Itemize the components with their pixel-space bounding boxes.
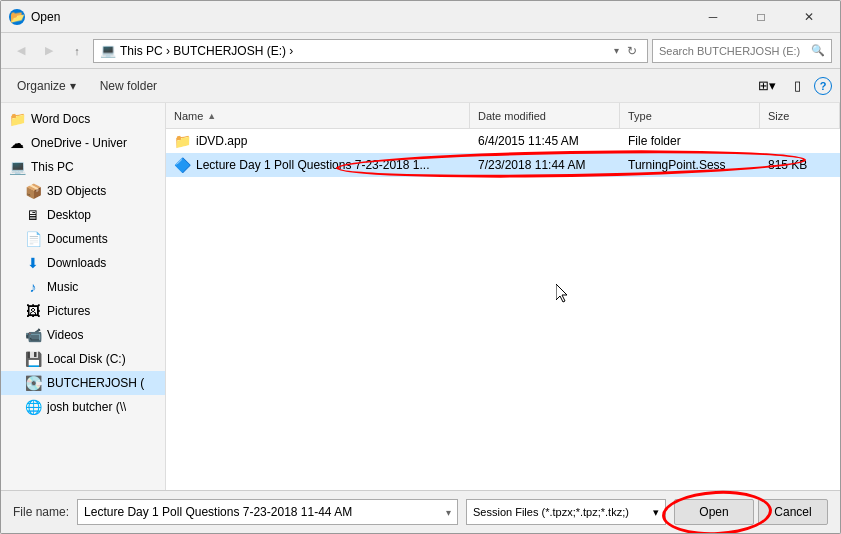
file-name-cell: 🔷 Lecture Day 1 Poll Questions 7-23-2018… bbox=[166, 153, 470, 176]
toolbar: Organize ▾ New folder ⊞▾ ▯ ? bbox=[1, 69, 840, 103]
toolbar-right: ⊞▾ ▯ ? bbox=[754, 73, 832, 99]
address-dropdown-icon[interactable]: ▾ bbox=[614, 45, 619, 56]
onedrive-icon: ☁ bbox=[9, 135, 25, 151]
close-button[interactable]: ✕ bbox=[786, 1, 832, 33]
filetype-text: Session Files (*.tpzx;*.tpz;*.tkz;) bbox=[473, 506, 649, 518]
address-path: This PC › BUTCHERJOSH (E:) › bbox=[120, 44, 610, 58]
open-button[interactable]: Open bbox=[674, 499, 754, 525]
downloads-icon: ⬇ bbox=[25, 255, 41, 271]
forward-button[interactable]: ▶ bbox=[37, 39, 61, 63]
file-icon: 🔷 bbox=[174, 157, 190, 173]
dialog-icon bbox=[9, 9, 25, 25]
filetype-selector[interactable]: Session Files (*.tpzx;*.tpz;*.tkz;) ▾ bbox=[466, 499, 666, 525]
title-bar: Open ─ □ ✕ bbox=[1, 1, 840, 33]
new-folder-button[interactable]: New folder bbox=[92, 73, 165, 99]
back-button[interactable]: ◀ bbox=[9, 39, 33, 63]
minimize-button[interactable]: ─ bbox=[690, 1, 736, 33]
col-header-size[interactable]: Size bbox=[760, 103, 840, 128]
action-buttons: Open Cancel bbox=[674, 499, 828, 525]
file-icon: 📁 bbox=[174, 133, 190, 149]
help-button[interactable]: ? bbox=[814, 77, 832, 95]
drive-icon: 💽 bbox=[25, 375, 41, 391]
pane-button[interactable]: ▯ bbox=[784, 73, 810, 99]
sidebar-item-3d-objects[interactable]: 📦 3D Objects bbox=[1, 179, 165, 203]
search-input[interactable] bbox=[659, 45, 811, 57]
open-dialog: Open ─ □ ✕ ◀ ▶ ↑ 💻 This PC › BUTCHERJOSH… bbox=[0, 0, 841, 534]
filetype-dropdown-icon[interactable]: ▾ bbox=[653, 506, 659, 519]
cursor bbox=[556, 284, 570, 307]
sidebar-item-butcherjosh[interactable]: 💽 BUTCHERJOSH ( bbox=[1, 371, 165, 395]
network-icon: 🌐 bbox=[25, 399, 41, 415]
computer-icon: 💻 bbox=[9, 159, 25, 175]
col-header-name[interactable]: Name ▲ bbox=[166, 103, 470, 128]
refresh-icon[interactable]: ↻ bbox=[623, 44, 641, 58]
file-type-cell: TurningPoint.Sess bbox=[620, 153, 760, 176]
maximize-button[interactable]: □ bbox=[738, 1, 784, 33]
sidebar-item-pictures[interactable]: 🖼 Pictures bbox=[1, 299, 165, 323]
file-size-cell: 815 KB bbox=[760, 153, 840, 176]
filename-input[interactable] bbox=[84, 505, 446, 519]
dialog-title: Open bbox=[31, 10, 690, 24]
bottom-bar: File name: ▾ Session Files (*.tpzx;*.tpz… bbox=[1, 490, 840, 533]
file-date-cell: 6/4/2015 11:45 AM bbox=[470, 129, 620, 152]
cancel-button[interactable]: Cancel bbox=[758, 499, 828, 525]
open-button-container: Open bbox=[674, 499, 754, 525]
file-name-cell: 📁 iDVD.app bbox=[166, 129, 470, 152]
videos-icon: 📹 bbox=[25, 327, 41, 343]
3d-icon: 📦 bbox=[25, 183, 41, 199]
pictures-icon: 🖼 bbox=[25, 303, 41, 319]
search-icon: 🔍 bbox=[811, 44, 825, 57]
file-list-area: Name ▲ Date modified Type Size 📁 bbox=[166, 103, 840, 490]
up-button[interactable]: ↑ bbox=[65, 39, 89, 63]
sidebar-item-this-pc[interactable]: 💻 This PC bbox=[1, 155, 165, 179]
sidebar-item-josh-butcher[interactable]: 🌐 josh butcher (\\ bbox=[1, 395, 165, 419]
file-list-header: Name ▲ Date modified Type Size bbox=[166, 103, 840, 129]
window-controls: ─ □ ✕ bbox=[690, 1, 832, 33]
col-header-date[interactable]: Date modified bbox=[470, 103, 620, 128]
file-type-cell: File folder bbox=[620, 129, 760, 152]
sidebar-item-desktop[interactable]: 🖥 Desktop bbox=[1, 203, 165, 227]
desktop-icon: 🖥 bbox=[25, 207, 41, 223]
sidebar-item-music[interactable]: ♪ Music bbox=[1, 275, 165, 299]
file-date-cell: 7/23/2018 11:44 AM bbox=[470, 153, 620, 176]
sort-arrow-name: ▲ bbox=[207, 111, 216, 121]
sidebar-item-word-docs[interactable]: 📁 Word Docs bbox=[1, 107, 165, 131]
file-row[interactable]: 📁 iDVD.app 6/4/2015 11:45 AM File folder bbox=[166, 129, 840, 153]
sidebar-item-documents[interactable]: 📄 Documents bbox=[1, 227, 165, 251]
col-header-type[interactable]: Type bbox=[620, 103, 760, 128]
filename-label: File name: bbox=[13, 505, 69, 519]
main-area: 📁 Word Docs ☁ OneDrive - Univer 💻 This P… bbox=[1, 103, 840, 490]
sidebar-item-videos[interactable]: 📹 Videos bbox=[1, 323, 165, 347]
address-bar: ◀ ▶ ↑ 💻 This PC › BUTCHERJOSH (E:) › ▾ ↻… bbox=[1, 33, 840, 69]
documents-icon: 📄 bbox=[25, 231, 41, 247]
music-icon: ♪ bbox=[25, 279, 41, 295]
filename-input-wrapper[interactable]: ▾ bbox=[77, 499, 458, 525]
sidebar-item-onedrive[interactable]: ☁ OneDrive - Univer bbox=[1, 131, 165, 155]
sidebar: 📁 Word Docs ☁ OneDrive - Univer 💻 This P… bbox=[1, 103, 166, 490]
file-list: 📁 iDVD.app 6/4/2015 11:45 AM File folder… bbox=[166, 129, 840, 490]
filename-dropdown-icon[interactable]: ▾ bbox=[446, 507, 451, 518]
disk-icon: 💾 bbox=[25, 351, 41, 367]
address-box[interactable]: 💻 This PC › BUTCHERJOSH (E:) › ▾ ↻ bbox=[93, 39, 648, 63]
search-box[interactable]: 🔍 bbox=[652, 39, 832, 63]
organize-button[interactable]: Organize ▾ bbox=[9, 73, 84, 99]
sidebar-item-local-disk[interactable]: 💾 Local Disk (C:) bbox=[1, 347, 165, 371]
file-row[interactable]: 🔷 Lecture Day 1 Poll Questions 7-23-2018… bbox=[166, 153, 840, 177]
sidebar-item-downloads[interactable]: ⬇ Downloads bbox=[1, 251, 165, 275]
folder-icon: 📁 bbox=[9, 111, 25, 127]
view-icon-button[interactable]: ⊞▾ bbox=[754, 73, 780, 99]
file-size-cell bbox=[760, 129, 840, 152]
